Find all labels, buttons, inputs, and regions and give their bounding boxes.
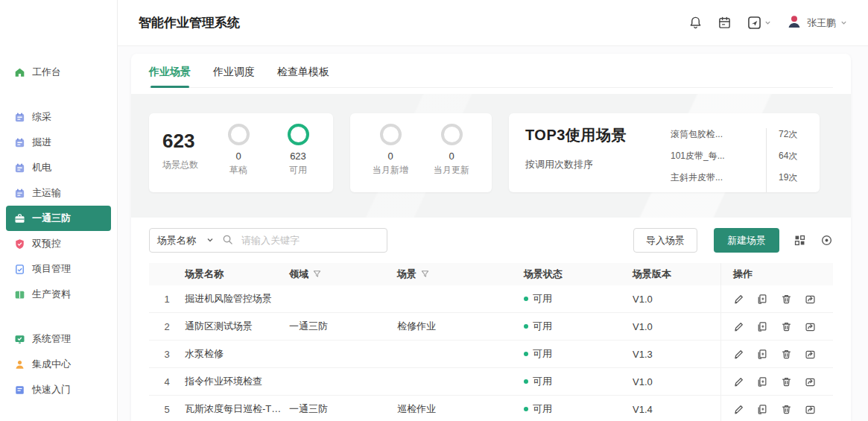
month-updated-value: 0 — [449, 151, 454, 162]
table-row: 3水泵检修可用V1.3 — [149, 341, 833, 368]
draft-value: 0 — [235, 151, 241, 162]
tab-scheduling[interactable]: 作业调度 — [213, 66, 255, 87]
search-icon — [222, 234, 233, 247]
delete-icon[interactable] — [781, 349, 792, 360]
column-header-label: 操作 — [733, 268, 753, 281]
top3-item-count: 64次 — [779, 150, 808, 162]
grid-view-icon[interactable] — [793, 234, 806, 247]
sidebar-item-label: 双预控 — [32, 237, 61, 250]
sidebar-item-workbench[interactable]: 工作台 — [6, 60, 111, 85]
copy-icon[interactable] — [757, 321, 768, 332]
status-dot — [524, 407, 528, 411]
scene-total: 623 场景总数 — [162, 124, 198, 192]
edit-icon[interactable] — [733, 294, 744, 305]
scene-version: V1.0 — [633, 321, 720, 332]
module-icon — [13, 136, 25, 148]
status-dot — [524, 352, 528, 356]
filter-icon[interactable] — [313, 270, 321, 278]
column-header-actions: 操作 — [720, 263, 833, 285]
delete-icon[interactable] — [781, 376, 792, 387]
sidebar-item-label: 快速入门 — [32, 383, 71, 396]
calendar-icon[interactable] — [717, 16, 732, 30]
export-icon[interactable] — [805, 349, 816, 360]
scene-name: 指令作业环境检查 — [185, 375, 289, 388]
tab-scenes[interactable]: 作业场景 — [149, 66, 191, 87]
sidebar-item-transport[interactable]: 主运输 — [6, 180, 111, 206]
column-settings-icon[interactable] — [820, 234, 833, 247]
status-badge: 可用 — [524, 292, 633, 306]
edit-icon[interactable] — [733, 349, 744, 360]
module-icon — [13, 162, 25, 174]
top3-item-name: 101皮带_每... — [671, 150, 758, 162]
module-icon — [13, 187, 25, 199]
scene-version: V1.0 — [633, 376, 720, 387]
tab-checklist-templates[interactable]: 检查单模板 — [277, 66, 329, 87]
sidebar-item-label: 生产资料 — [32, 288, 71, 301]
sidebar-item-mining[interactable]: 综采 — [6, 104, 111, 130]
column-header-version: 场景版本 — [633, 268, 720, 281]
sidebar-item-tunneling[interactable]: 掘进 — [6, 130, 111, 155]
export-icon[interactable] — [805, 376, 816, 387]
scene-name: 瓦斯浓度每日巡检-TF... — [185, 402, 289, 416]
search-field-select[interactable]: 场景名称 — [157, 234, 215, 247]
scene-type: 检修作业 — [397, 320, 524, 333]
sidebar-nav: 工作台综采掘进机电主运输一通三防双预控项目管理生产资料系统管理集成中心快速入门 — [0, 0, 118, 421]
status-dot — [524, 297, 528, 301]
sidebar-group: 工作台 — [0, 60, 117, 85]
column-header-scene: 场景 — [397, 268, 524, 281]
edit-icon[interactable] — [733, 404, 744, 415]
delete-icon[interactable] — [781, 404, 792, 415]
top3-names: 滚筒包胶检...101皮带_每...主斜井皮带... — [671, 128, 758, 192]
tabs: 作业场景作业调度检查单模板 — [149, 54, 833, 88]
sidebar-item-integration[interactable]: 集成中心 — [6, 352, 111, 377]
app-launcher[interactable] — [747, 15, 771, 31]
sidebar-item-dual-control[interactable]: 双预控 — [6, 231, 111, 256]
top3-subtitle: 按调用次数排序 — [525, 158, 627, 171]
sidebar-item-label: 工作台 — [32, 66, 61, 79]
sidebar-item-ventilation[interactable]: 一通三防 — [6, 206, 111, 231]
available-label: 可用 — [289, 164, 307, 177]
export-icon[interactable] — [805, 321, 816, 332]
bell-icon[interactable] — [688, 16, 703, 30]
status-label: 可用 — [533, 292, 552, 306]
content: 作业场景作业调度检查单模板 623 场景总数 0 草稿 — [118, 46, 868, 421]
export-icon[interactable] — [805, 404, 816, 415]
status-label: 可用 — [533, 320, 552, 333]
edit-icon[interactable] — [733, 321, 744, 332]
column-header-label: 场景状态 — [524, 268, 563, 281]
row-actions — [720, 313, 833, 340]
table-header: 场景名称领域场景场景状态场景版本操作 — [149, 263, 833, 285]
sidebar-item-materials[interactable]: 生产资料 — [6, 282, 111, 307]
sidebar-item-project[interactable]: 项目管理 — [6, 256, 111, 282]
edit-icon[interactable] — [733, 376, 744, 387]
sidebar-item-electromech[interactable]: 机电 — [6, 155, 111, 180]
import-scene-button[interactable]: 导入场景 — [633, 228, 697, 253]
copy-icon[interactable] — [757, 376, 768, 387]
month-new-ring — [380, 124, 402, 145]
sidebar-item-label: 主运输 — [32, 186, 61, 200]
status-badge: 可用 — [524, 402, 633, 416]
copy-icon[interactable] — [757, 404, 768, 415]
sidebar-item-label: 机电 — [32, 161, 51, 174]
top3-card: TOP3使用场景 按调用次数排序 滚筒包胶检...101皮带_每...主斜井皮带… — [509, 113, 820, 192]
column-header-domain: 领域 — [289, 268, 397, 281]
sidebar-item-system[interactable]: 系统管理 — [6, 326, 111, 352]
delete-icon[interactable] — [781, 294, 792, 305]
export-icon[interactable] — [805, 294, 816, 305]
filter-icon[interactable] — [421, 270, 429, 278]
sidebar-group: 系统管理集成中心快速入门 — [0, 326, 117, 402]
row-actions — [720, 396, 833, 421]
create-scene-button[interactable]: 新建场景 — [714, 228, 779, 253]
copy-icon[interactable] — [757, 349, 768, 360]
materials-icon — [13, 288, 25, 300]
status-label: 可用 — [533, 347, 552, 361]
copy-icon[interactable] — [757, 294, 768, 305]
available-stat: 623 可用 — [273, 124, 323, 192]
month-updated-stat: 0 当月更新 — [427, 124, 476, 192]
sidebar-item-quickstart[interactable]: 快速入门 — [6, 377, 111, 402]
topbar-actions: 张王鹏 — [688, 13, 847, 32]
delete-icon[interactable] — [781, 321, 792, 332]
user-menu[interactable]: 张王鹏 — [786, 13, 847, 32]
scene-name: 水泵检修 — [185, 347, 289, 361]
search-input[interactable] — [240, 234, 379, 247]
